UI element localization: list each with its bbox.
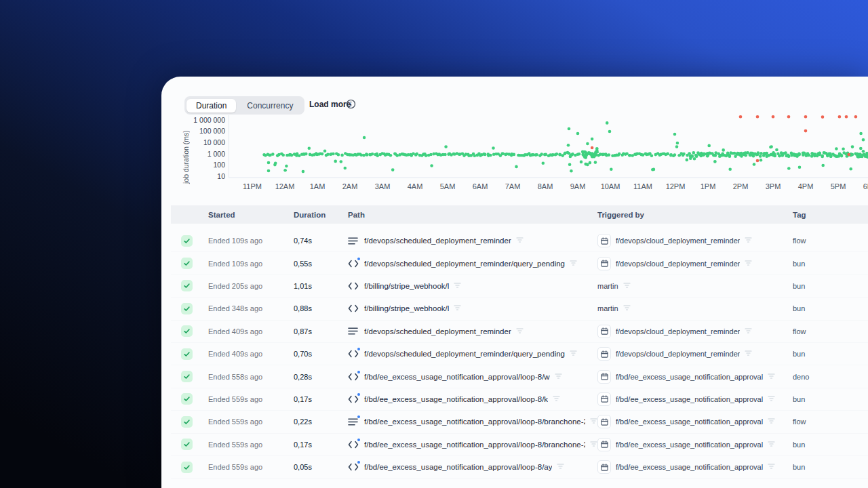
scatter-point[interactable]: [804, 129, 808, 133]
scatter-point[interactable]: [862, 138, 865, 142]
filter-icon[interactable]: [570, 260, 577, 268]
scatter-point[interactable]: [651, 168, 654, 171]
job-trigger[interactable]: f/devops/cloud_deployment_reminder: [616, 327, 740, 336]
filter-icon[interactable]: [570, 350, 577, 358]
scatter-point[interactable]: [591, 146, 594, 150]
filter-icon[interactable]: [623, 282, 631, 290]
scatter-point[interactable]: [444, 145, 448, 148]
scatter-point[interactable]: [492, 146, 495, 150]
scatter-point[interactable]: [797, 152, 801, 156]
scatter-point[interactable]: [389, 154, 393, 157]
scatter-point[interactable]: [821, 154, 824, 157]
scatter-point[interactable]: [267, 161, 271, 165]
job-path[interactable]: f/billing/stripe_webhook/l: [364, 282, 449, 290]
scatter-point[interactable]: [586, 142, 589, 146]
filter-icon[interactable]: [745, 327, 752, 336]
scatter-point[interactable]: [821, 115, 825, 119]
job-path[interactable]: f/bd/ee_excess_usage_notification_approv…: [364, 463, 552, 471]
scatter-point[interactable]: [826, 155, 829, 158]
scatter-point[interactable]: [302, 170, 305, 174]
scatter-point[interactable]: [859, 147, 863, 150]
scatter-point[interactable]: [707, 144, 711, 148]
scatter-point[interactable]: [688, 152, 691, 155]
job-row[interactable]: Ended 559s ago 0,05s f/bd/ee_excess_usag…: [171, 456, 868, 479]
scatter-point[interactable]: [838, 115, 842, 119]
job-row[interactable]: Ended 559s ago 0,17s f/bd/ee_excess_usag…: [171, 434, 868, 456]
job-path[interactable]: f/bd/ee_excess_usage_notification_approv…: [364, 395, 548, 403]
scatter-point[interactable]: [298, 155, 301, 158]
scatter-point[interactable]: [694, 154, 698, 157]
scatter-point[interactable]: [363, 136, 366, 140]
filter-icon[interactable]: [745, 350, 752, 358]
duration-scatter-chart[interactable]: [229, 110, 868, 178]
scatter-point[interactable]: [271, 152, 275, 156]
scatter-point[interactable]: [283, 169, 287, 172]
scatter-point[interactable]: [821, 164, 825, 167]
scatter-point[interactable]: [580, 161, 583, 164]
job-path[interactable]: f/devops/scheduled_deployment_reminder/q…: [364, 350, 565, 358]
scatter-point[interactable]: [859, 155, 862, 158]
scatter-point[interactable]: [804, 115, 808, 119]
scatter-point[interactable]: [321, 152, 324, 156]
job-path[interactable]: f/billing/stripe_webhook/l: [364, 304, 449, 312]
scatter-point[interactable]: [772, 154, 775, 157]
scatter-point[interactable]: [340, 160, 343, 163]
scatter-point[interactable]: [818, 152, 821, 155]
job-path[interactable]: f/bd/ee_excess_usage_notification_approv…: [364, 418, 585, 426]
scatter-point[interactable]: [618, 152, 621, 156]
scatter-point[interactable]: [692, 151, 696, 155]
scatter-point[interactable]: [513, 153, 516, 157]
filter-icon[interactable]: [516, 327, 524, 336]
filter-icon[interactable]: [555, 373, 562, 381]
job-row[interactable]: Ended 409s ago 0,87s f/devops/scheduled_…: [171, 321, 868, 343]
job-row[interactable]: Ended 109s ago 0,55s f/devops/scheduled_…: [171, 252, 868, 274]
scatter-point[interactable]: [576, 132, 580, 136]
filter-icon[interactable]: [768, 395, 775, 403]
scatter-point[interactable]: [780, 151, 783, 155]
job-path[interactable]: f/bd/ee_excess_usage_notification_approv…: [364, 373, 550, 381]
scatter-point[interactable]: [285, 165, 288, 168]
scatter-point[interactable]: [489, 154, 492, 157]
scatter-point[interactable]: [714, 151, 717, 155]
scatter-point[interactable]: [608, 153, 611, 157]
scatter-point[interactable]: [570, 169, 573, 173]
scatter-point[interactable]: [823, 151, 827, 155]
filter-icon[interactable]: [768, 441, 775, 449]
scatter-point[interactable]: [675, 145, 679, 148]
scatter-point[interactable]: [756, 159, 760, 163]
scatter-point[interactable]: [594, 161, 597, 164]
scatter-point[interactable]: [332, 152, 335, 156]
job-trigger[interactable]: martin: [597, 304, 618, 312]
job-row[interactable]: Ended 409s ago 0,70s f/devops/scheduled_…: [171, 343, 868, 365]
scatter-point[interactable]: [673, 153, 677, 157]
scatter-point[interactable]: [366, 153, 369, 157]
scatter-point[interactable]: [845, 115, 848, 119]
load-more-button[interactable]: Load more: [309, 100, 351, 109]
job-row[interactable]: Ended 109s ago 0,74s f/devops/scheduled_…: [171, 230, 868, 252]
scatter-point[interactable]: [376, 154, 379, 157]
scatter-point[interactable]: [542, 162, 545, 165]
scatter-point[interactable]: [682, 152, 686, 156]
scatter-point[interactable]: [848, 153, 851, 157]
scatter-point[interactable]: [760, 159, 763, 162]
filter-icon[interactable]: [768, 463, 775, 471]
scatter-point[interactable]: [728, 154, 731, 157]
scatter-point[interactable]: [608, 130, 612, 134]
job-trigger[interactable]: f/bd/ee_excess_usage_notification_approv…: [616, 463, 763, 471]
scatter-point[interactable]: [772, 115, 775, 119]
scatter-point[interactable]: [829, 155, 833, 158]
scatter-point[interactable]: [416, 152, 419, 156]
job-path[interactable]: f/devops/scheduled_deployment_reminder/q…: [364, 260, 565, 268]
scatter-point[interactable]: [851, 145, 854, 148]
scatter-point[interactable]: [567, 144, 570, 147]
job-path[interactable]: f/devops/scheduled_deployment_reminder: [364, 327, 511, 336]
job-row[interactable]: Ended 348s ago 0,88s f/billing/stripe_we…: [171, 298, 868, 320]
scatter-point[interactable]: [568, 163, 572, 166]
scatter-point[interactable]: [787, 115, 791, 119]
scatter-point[interactable]: [756, 115, 760, 119]
scatter-point[interactable]: [835, 155, 839, 159]
job-row[interactable]: Ended 559s ago 0,22s f/bd/ee_excess_usag…: [171, 411, 868, 433]
scatter-point[interactable]: [568, 127, 571, 131]
scatter-point[interactable]: [334, 160, 337, 163]
scatter-point[interactable]: [591, 138, 594, 141]
